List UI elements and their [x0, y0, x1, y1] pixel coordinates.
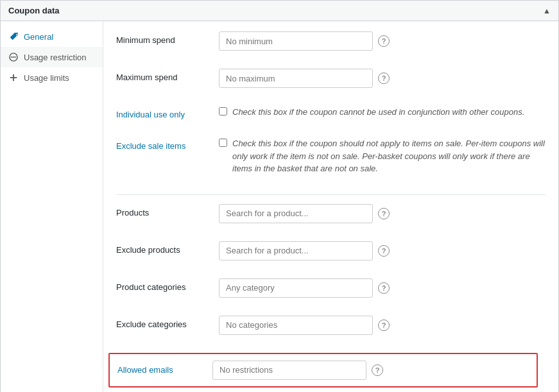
divider: [116, 194, 546, 195]
individual-use-field: Check this box if the coupon cannot be u…: [219, 106, 546, 119]
minimum-spend-input[interactable]: [219, 31, 373, 51]
collapse-arrow[interactable]: ▲: [543, 6, 551, 15]
plus-icon: [8, 72, 19, 83]
sidebar-item-usage-restriction-label: Usage restriction: [24, 53, 87, 62]
allowed-emails-help[interactable]: ?: [372, 364, 383, 376]
individual-use-row: Individual use only Check this box if th…: [116, 106, 546, 128]
individual-use-desc: Check this box if the coupon cannot be u…: [232, 106, 524, 119]
exclude-sale-row: Exclude sale items Check this box if the…: [116, 137, 546, 184]
product-categories-field: ?: [219, 278, 546, 298]
minimum-spend-help[interactable]: ?: [378, 35, 390, 47]
exclude-categories-help[interactable]: ?: [378, 320, 390, 331]
products-input[interactable]: [219, 204, 373, 223]
sidebar-item-usage-restriction[interactable]: Usage restriction: [1, 47, 103, 67]
individual-use-label: Individual use only: [116, 106, 219, 119]
exclude-products-label: Exclude products: [116, 241, 219, 255]
block-icon: [8, 52, 19, 62]
exclude-products-row: Exclude products ?: [116, 241, 546, 269]
maximum-spend-help[interactable]: ?: [378, 72, 390, 84]
exclude-products-field: ?: [219, 241, 546, 260]
main-content: Minimum spend ? Maximum spend ? Individu…: [103, 21, 558, 392]
sidebar: General Usage restriction: [1, 21, 103, 392]
product-categories-label: Product categories: [116, 278, 219, 292]
sidebar-item-general-label: General: [24, 32, 53, 42]
individual-use-checkbox-row: Check this box if the coupon cannot be u…: [219, 106, 524, 119]
product-categories-input[interactable]: [219, 278, 373, 298]
exclude-categories-field: ?: [219, 316, 546, 335]
products-row: Products ?: [116, 204, 546, 232]
exclude-sale-label: Exclude sale items: [116, 137, 219, 151]
exclude-products-help[interactable]: ?: [378, 245, 390, 257]
product-categories-help[interactable]: ?: [378, 282, 390, 294]
products-label: Products: [116, 204, 219, 217]
allowed-emails-row: Allowed emails ?: [116, 353, 546, 388]
minimum-spend-row: Minimum spend ?: [116, 31, 546, 60]
exclude-sale-checkbox[interactable]: [219, 139, 227, 147]
maximum-spend-row: Maximum spend ?: [116, 69, 546, 97]
panel-header: Coupon data ▲: [1, 1, 558, 21]
exclude-sale-desc: Check this box if the coupon should not …: [232, 137, 546, 175]
individual-use-checkbox[interactable]: [219, 107, 227, 115]
maximum-spend-label: Maximum spend: [116, 69, 219, 82]
exclude-sale-checkbox-row: Check this box if the coupon should not …: [219, 137, 546, 175]
allowed-emails-label: Allowed emails: [110, 365, 212, 375]
maximum-spend-input[interactable]: [219, 69, 373, 88]
exclude-categories-input[interactable]: [219, 316, 373, 335]
exclude-categories-row: Exclude categories ?: [116, 316, 546, 344]
exclude-categories-label: Exclude categories: [116, 316, 219, 329]
panel-body: General Usage restriction: [1, 21, 558, 392]
sidebar-item-usage-limits[interactable]: Usage limits: [1, 67, 103, 88]
product-categories-row: Product categories ?: [116, 278, 546, 307]
exclude-products-input[interactable]: [219, 241, 373, 260]
allowed-emails-field: ?: [212, 361, 529, 380]
minimum-spend-label: Minimum spend: [116, 31, 219, 45]
exclude-sale-field: Check this box if the coupon should not …: [219, 137, 546, 175]
panel-title: Coupon data: [8, 6, 59, 15]
minimum-spend-field: ?: [219, 31, 546, 51]
products-help[interactable]: ?: [378, 208, 390, 219]
sidebar-item-general[interactable]: General: [1, 26, 103, 47]
allowed-emails-input[interactable]: [212, 361, 366, 380]
maximum-spend-field: ?: [219, 69, 546, 88]
coupon-panel: Coupon data ▲ General: [0, 0, 559, 392]
products-field: ?: [219, 204, 546, 223]
tag-icon: [8, 31, 19, 42]
sidebar-item-usage-limits-label: Usage limits: [24, 73, 69, 83]
